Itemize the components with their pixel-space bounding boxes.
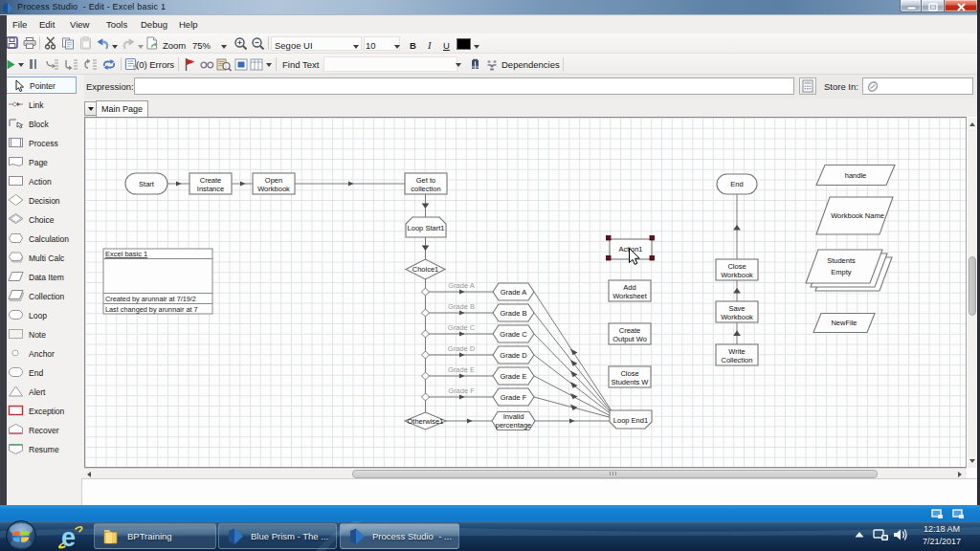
svg-text:Add: Add [623, 283, 635, 292]
svg-text:Grade F: Grade F [448, 386, 475, 395]
svg-text:NewFile: NewFile [831, 319, 857, 327]
svg-text:Collection: Collection [722, 356, 753, 364]
svg-text:Output Wo: Output Wo [612, 335, 647, 343]
svg-text:Grade A: Grade A [448, 281, 475, 290]
svg-text:Start: Start [139, 180, 155, 188]
svg-text:Grade D: Grade D [448, 344, 476, 353]
svg-text:Loop Start1: Loop Start1 [408, 224, 445, 232]
svg-text:Workbook: Workbook [257, 185, 290, 193]
svg-text:Grade A: Grade A [501, 288, 527, 297]
svg-text:e: e [61, 523, 76, 550]
svg-text:collection: collection [411, 185, 440, 193]
svg-text:Students: Students [827, 256, 856, 265]
svg-text:Worksheet: Worksheet [612, 292, 648, 300]
svg-text:percentage: percentage [496, 421, 532, 430]
svg-text:Invalid: Invalid [503, 412, 524, 421]
svg-text:Close: Close [620, 369, 638, 378]
svg-text:End: End [730, 180, 743, 188]
svg-text:Choice1: Choice1 [412, 265, 439, 274]
svg-text:Workbook: Workbook [721, 271, 753, 279]
svg-text:Grade C: Grade C [448, 323, 476, 332]
svg-text:Loop End1: Loop End1 [613, 416, 648, 425]
svg-text:Workbook: Workbook [721, 313, 753, 321]
svg-text:Instance: Instance [197, 185, 224, 193]
svg-text:Created by arunnair at 7/19/2: Created by arunnair at 7/19/2 [105, 295, 196, 303]
svg-text:Grade E: Grade E [501, 372, 527, 381]
svg-text:Grade C: Grade C [500, 330, 527, 339]
svg-text:Otherwise1: Otherwise1 [408, 417, 444, 426]
svg-text:Empty: Empty [831, 268, 852, 276]
svg-text:Create: Create [619, 326, 641, 335]
svg-text:Grade E: Grade E [448, 365, 475, 374]
svg-text:Save: Save [728, 304, 745, 313]
svg-text:Get to: Get to [416, 176, 435, 185]
svg-text:Create: Create [200, 176, 222, 185]
svg-text:Grade B: Grade B [448, 302, 475, 311]
svg-text:Open: Open [265, 176, 282, 185]
svg-text:Last changed by arunnair at 7: Last changed by arunnair at 7 [105, 305, 198, 314]
svg-text:Grade F: Grade F [501, 393, 527, 402]
svg-text:Grade D: Grade D [500, 351, 527, 360]
svg-text:Workbook Name: Workbook Name [831, 211, 884, 220]
svg-text:Grade B: Grade B [501, 309, 527, 318]
svg-text:Students W: Students W [612, 378, 650, 386]
svg-text:Close: Close [727, 262, 746, 271]
svg-text:Excel basic 1: Excel basic 1 [105, 250, 147, 258]
svg-text:Write: Write [728, 347, 745, 356]
svg-text:handle: handle [845, 171, 867, 180]
